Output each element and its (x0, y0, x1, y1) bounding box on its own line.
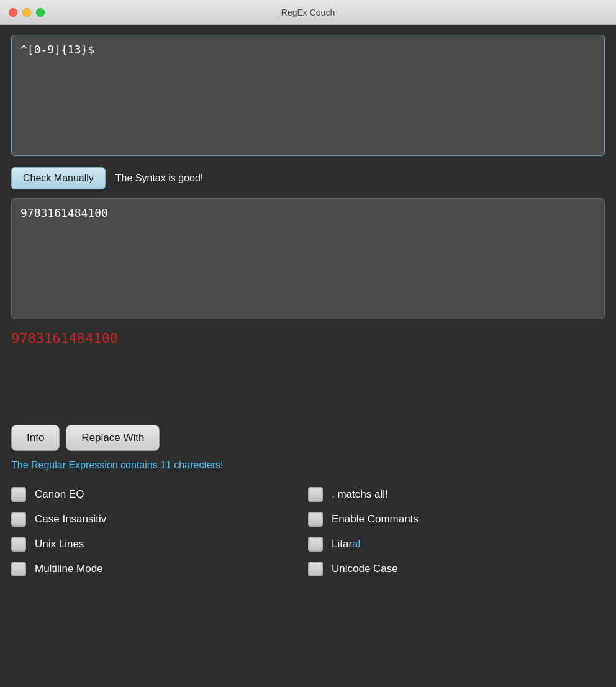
replace-with-button[interactable]: Replace With (66, 425, 160, 451)
spacer (11, 350, 605, 425)
window-controls (9, 8, 45, 17)
check-manually-button[interactable]: Check Manually (11, 167, 106, 189)
close-button[interactable] (9, 8, 17, 17)
checkbox-label-unix-lines: Unix Lines (35, 538, 84, 550)
match-result: 9783161484100 (11, 330, 605, 350)
checkbox-label-canon-eq: Canon EQ (35, 488, 84, 501)
checkbox-label-enable-commants: Enable Commants (332, 513, 419, 525)
checkbox-label-dot-matches-all: . matchs all! (332, 488, 388, 501)
checkbox-row-case-insansitiv: Case Insansitiv (11, 507, 308, 532)
checkbox-multiline-mode[interactable] (11, 562, 26, 576)
window-title: RegEx Couch (281, 7, 335, 17)
main-content: ^[0-9]{13}$ Check Manually The Syntax is… (0, 25, 616, 591)
checkbox-label-unicode-case: Unicode Case (332, 563, 398, 575)
checkbox-label-litaral: Litaral (332, 538, 360, 550)
test-input[interactable]: 9783161484100 (11, 198, 605, 319)
checkbox-label-multiline-mode: Multiline Mode (35, 563, 103, 575)
checkbox-dot-matches-all[interactable] (308, 487, 323, 502)
checkbox-label-case-insansitiv: Case Insansitiv (35, 513, 106, 525)
checkbox-row-enable-commants: Enable Commants (308, 507, 605, 532)
info-button[interactable]: Info (11, 425, 60, 451)
checkbox-litaral[interactable] (308, 537, 323, 552)
info-text: The Regular Expression contains 11 chare… (11, 460, 605, 471)
checkbox-row-canon-eq: Canon EQ (11, 482, 308, 507)
checkbox-row-unicode-case: Unicode Case (308, 557, 605, 581)
check-row: Check Manually The Syntax is good! (11, 167, 605, 189)
syntax-status: The Syntax is good! (116, 173, 203, 184)
checkbox-row-unix-lines: Unix Lines (11, 532, 308, 557)
maximize-button[interactable] (36, 8, 45, 17)
titlebar: RegEx Couch (0, 0, 616, 25)
checkbox-enable-commants[interactable] (308, 512, 323, 527)
checkbox-row-litaral: Litaral (308, 532, 605, 557)
checkbox-row-multiline-mode: Multiline Mode (11, 557, 308, 581)
minimize-button[interactable] (22, 8, 31, 17)
checkbox-unicode-case[interactable] (308, 562, 323, 576)
checkbox-row-dot-matches-all: . matchs all! (308, 482, 605, 507)
action-buttons: Info Replace With (11, 425, 605, 451)
checkbox-grid: Canon EQ . matchs all! Case Insansitiv E… (11, 482, 605, 581)
checkbox-unix-lines[interactable] (11, 537, 26, 552)
checkbox-case-insansitiv[interactable] (11, 512, 26, 527)
checkbox-canon-eq[interactable] (11, 487, 26, 502)
regex-input[interactable]: ^[0-9]{13}$ (11, 35, 605, 156)
